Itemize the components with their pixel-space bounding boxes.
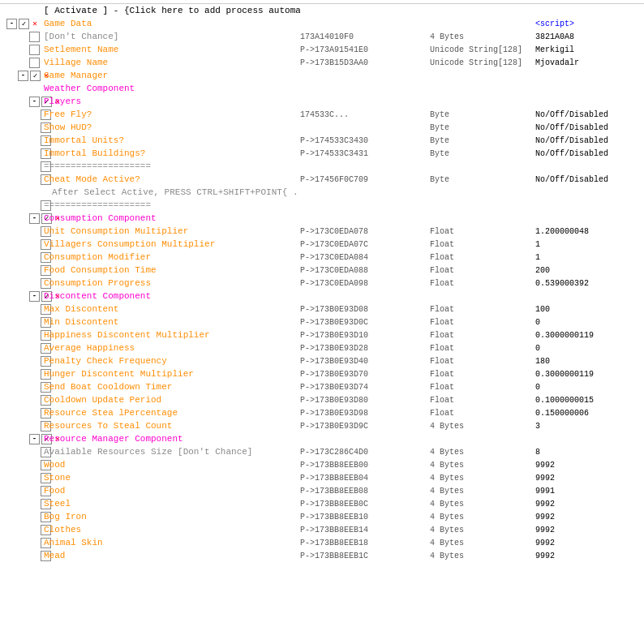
list-item: Consumption ProgressP->173C0EDA098Float0… bbox=[0, 277, 644, 290]
checkbox[interactable] bbox=[29, 58, 40, 68]
value-cell: 0.539000392 bbox=[535, 279, 641, 288]
list-item: After Select Active, PRESS CTRL+SHIFT+PO… bbox=[0, 186, 644, 199]
description-cell: Max Discontent bbox=[44, 304, 300, 314]
type-cell: 4 Bytes bbox=[430, 487, 535, 496]
rows-container: [ Activate ] - {Click here to add proces… bbox=[0, 4, 644, 562]
address-cell: P->173B0E93D28 bbox=[300, 344, 430, 353]
list-item: [Don't Chance]173A14010F04 Bytes3821A0A8 bbox=[0, 30, 644, 43]
value-cell: No/Off/Disabled bbox=[535, 149, 641, 158]
list-item: MeadP->173BB8EEB1C4 Bytes9992 bbox=[0, 549, 644, 562]
description-cell: Stone bbox=[44, 473, 300, 483]
description-cell: Consumption Progress bbox=[44, 278, 300, 288]
description-cell: Village Name bbox=[44, 58, 300, 67]
checkbox[interactable] bbox=[29, 45, 40, 55]
type-cell: Float bbox=[430, 331, 535, 340]
checkbox[interactable]: ✓ bbox=[30, 71, 41, 81]
description-cell: Send Boat Cooldown Timer bbox=[44, 382, 300, 392]
type-cell: Byte bbox=[430, 175, 535, 184]
list-item: WoodP->173BB8EEB004 Bytes9992 bbox=[0, 458, 644, 471]
list-item: -✓✕Resource Manager Component bbox=[0, 432, 644, 445]
description-cell: Unit Consumption Multiplier bbox=[44, 226, 300, 236]
address-cell: P->173BB8EEB08 bbox=[300, 487, 430, 496]
description-cell: Cooldown Update Period bbox=[44, 395, 300, 405]
expand-button[interactable]: - bbox=[29, 434, 40, 444]
description-cell: Villagers Consumption Multiplier bbox=[44, 239, 300, 249]
list-item: Available Resources Size [Don't Chance]P… bbox=[0, 445, 644, 458]
list-item: Penalty Check FrequencyP->173B0E93D40Flo… bbox=[0, 354, 644, 367]
type-cell: 4 Bytes bbox=[430, 526, 535, 535]
value-cell: 1 bbox=[535, 240, 641, 249]
list-item: Setlement NameP->173A91541E0Unicode Stri… bbox=[0, 43, 644, 56]
list-item: SteelP->173BB8EEB0C4 Bytes9992 bbox=[0, 497, 644, 510]
type-cell: Float bbox=[430, 305, 535, 314]
type-cell: Float bbox=[430, 344, 535, 353]
value-cell: 100 bbox=[535, 305, 641, 314]
list-item: Free Fly?174533C...ByteNo/Off/Disabled bbox=[0, 108, 644, 121]
description-cell: Food Consumption Time bbox=[44, 265, 300, 275]
list-item: Animal SkinP->173BB8EEB184 Bytes9992 bbox=[0, 536, 644, 549]
description-cell: Average Happiness bbox=[44, 343, 300, 353]
address-cell: P->17456F0C709 bbox=[300, 175, 430, 184]
address-cell: P->173B0E93D80 bbox=[300, 396, 430, 405]
description-cell: Setlement Name bbox=[44, 45, 300, 54]
list-item: Show HUD?ByteNo/Off/Disabled bbox=[0, 121, 644, 134]
type-cell: 4 Bytes bbox=[430, 32, 535, 41]
type-cell: 4 Bytes bbox=[430, 474, 535, 483]
description-cell: After Select Active, PRESS CTRL+SHIFT+PO… bbox=[52, 187, 300, 197]
type-cell: Unicode String[128] bbox=[430, 58, 535, 67]
list-item: Weather Component bbox=[0, 82, 644, 95]
list-item: Average HappinessP->173B0E93D28Float0 bbox=[0, 341, 644, 354]
value-cell: 1.200000048 bbox=[535, 227, 641, 236]
list-item: FoodP->173BB8EEB084 Bytes9991 bbox=[0, 484, 644, 497]
type-cell: 4 Bytes bbox=[430, 422, 535, 431]
list-item: -✓✕Discontent Component bbox=[0, 290, 644, 303]
address-cell: P->173B0E93D70 bbox=[300, 370, 430, 379]
address-cell: P->173BB8EEB0C bbox=[300, 500, 430, 509]
expand-button[interactable]: - bbox=[29, 291, 40, 302]
address-cell: P->173BB8EEB04 bbox=[300, 474, 430, 483]
description-cell: Resources To Steal Count bbox=[44, 421, 300, 431]
list-item: Happiness Discontent MultiplierP->173B0E… bbox=[0, 328, 644, 341]
list-item: Village NameP->173B15D3AA0Unicode String… bbox=[0, 56, 644, 69]
type-cell: 4 Bytes bbox=[430, 448, 535, 457]
description-cell: Discontent Component bbox=[44, 291, 300, 301]
description-cell: Bog Iron bbox=[44, 512, 300, 522]
expand-button[interactable]: - bbox=[29, 213, 40, 224]
value-cell: No/Off/Disabled bbox=[535, 123, 641, 132]
type-cell: Float bbox=[430, 318, 535, 327]
address-cell: P->173B0E93D40 bbox=[300, 357, 430, 366]
address-cell: P->174533C3431 bbox=[300, 149, 430, 158]
value-cell: 0 bbox=[535, 383, 641, 392]
list-item: Villagers Consumption MultiplierP->173C0… bbox=[0, 238, 644, 251]
checkbox[interactable]: ✓ bbox=[19, 19, 29, 29]
description-cell: [Don't Chance] bbox=[44, 32, 300, 41]
description-cell: Penalty Check Frequency bbox=[44, 356, 300, 366]
list-item: Hunger Discontent MultiplierP->173B0E93D… bbox=[0, 367, 644, 380]
type-cell: Float bbox=[430, 370, 535, 379]
expand-button[interactable]: - bbox=[6, 19, 17, 29]
value-cell: 3821A0A8 bbox=[535, 32, 641, 41]
address-cell: P->173BB8EEB14 bbox=[300, 526, 430, 535]
address-cell: P->173BB8EEB1C bbox=[300, 552, 430, 560]
address-cell: P->173BB8EEB00 bbox=[300, 461, 430, 470]
expand-button[interactable]: - bbox=[18, 71, 28, 81]
type-cell: 4 Bytes bbox=[430, 500, 535, 509]
description-cell: Cheat Mode Active? bbox=[44, 174, 300, 184]
value-cell: 9992 bbox=[535, 500, 641, 509]
type-cell: 4 Bytes bbox=[430, 513, 535, 522]
address-cell: P->173C286C4D0 bbox=[300, 448, 430, 457]
address-cell: P->173A91541E0 bbox=[300, 45, 430, 54]
description-cell: Consumption Modifier bbox=[44, 252, 300, 262]
type-cell: 4 Bytes bbox=[430, 539, 535, 547]
checkbox[interactable] bbox=[29, 32, 40, 42]
value-cell: 9992 bbox=[535, 552, 641, 560]
value-cell: 0.3000000119 bbox=[535, 370, 641, 379]
type-cell: Float bbox=[430, 409, 535, 418]
address-cell: P->173B0E93D98 bbox=[300, 409, 430, 418]
type-cell: Float bbox=[430, 279, 535, 288]
type-cell: Byte bbox=[430, 149, 535, 158]
expand-button[interactable]: - bbox=[29, 97, 40, 107]
address-cell: P->173B0E93D08 bbox=[300, 305, 430, 314]
value-cell: 8 bbox=[535, 448, 641, 457]
list-item: -✓✕Game Data<script> bbox=[0, 17, 644, 30]
